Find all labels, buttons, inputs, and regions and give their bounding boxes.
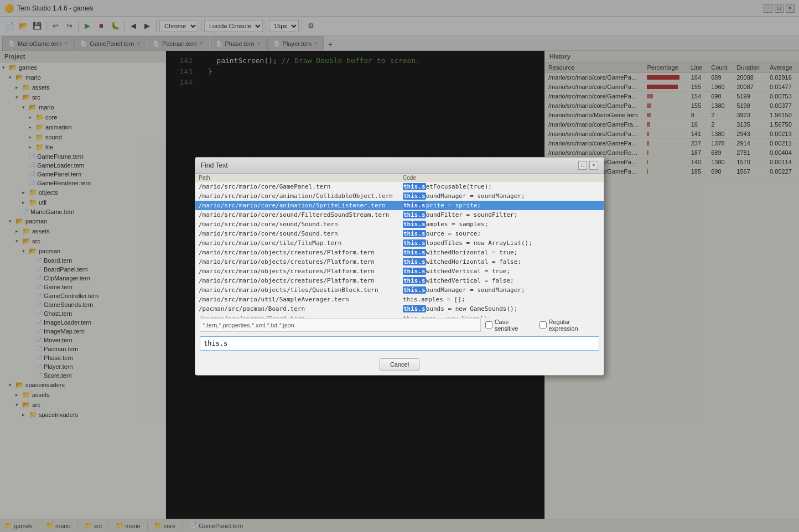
search-highlight: this.s	[403, 258, 426, 265]
find-result-code: this.switchedHorizontal = false;	[400, 257, 604, 267]
dialog-close-button[interactable]: ×	[589, 161, 598, 170]
dialog-restore-button[interactable]: □	[578, 161, 587, 170]
find-result-path: /pacman/src/pacman/Board.tern	[195, 304, 400, 314]
find-result-path: /mario/src/mario/core/sound/FilteredSoun…	[195, 210, 400, 220]
find-result-row[interactable]: /pacman/src/pacman/Board.ternthis.sounds…	[195, 304, 604, 314]
dialog-controls: □ ×	[578, 161, 598, 170]
find-result-row[interactable]: /mario/src/mario/core/animation/SpriteLi…	[195, 201, 604, 210]
find-dialog: Find Text □ × Path Code /mario/src/mario…	[195, 157, 604, 375]
find-result-code: this.switchedVertical = true;	[400, 267, 604, 276]
find-result-path: /mario/src/mario/objects/creatures/Platf…	[195, 276, 400, 285]
results-col-path: Path	[195, 174, 400, 182]
search-highlight: this.s	[403, 202, 426, 209]
find-result-code: this.core = new Score();	[400, 314, 604, 317]
find-result-row[interactable]: /pacman/src/pacman/Board.ternthis.core =…	[195, 314, 604, 317]
find-result-code: this.samples = samples;	[400, 220, 604, 229]
find-result-path: /mario/src/mario/core/animation/Collidab…	[195, 191, 400, 201]
find-result-path: /mario/src/mario/core/sound/Sound.tern	[195, 229, 400, 238]
search-highlight: this.s	[403, 192, 426, 200]
find-result-path: /mario/src/mario/objects/creatures/Platf…	[195, 267, 400, 276]
regex-option[interactable]: Regular expression	[539, 319, 599, 332]
search-highlight: this.s	[403, 221, 426, 228]
find-result-row[interactable]: /mario/src/mario/core/sound/Sound.ternth…	[195, 229, 604, 238]
search-highlight: this.s	[403, 268, 426, 275]
find-result-row[interactable]: /mario/src/mario/core/tile/TileMap.ternt…	[195, 238, 604, 248]
modal-overlay: Find Text □ × Path Code /mario/src/mario…	[0, 0, 799, 532]
find-search-row	[195, 334, 604, 355]
find-dialog-title-bar: Find Text □ ×	[195, 158, 604, 174]
file-pattern-input[interactable]	[200, 319, 481, 332]
search-highlight: this.s	[403, 211, 426, 218]
results-col-code: Code	[400, 174, 604, 182]
search-input[interactable]	[200, 336, 599, 351]
search-highlight: this.s	[403, 277, 426, 284]
find-result-row[interactable]: /mario/src/mario/core/sound/Sound.ternth…	[195, 220, 604, 229]
find-result-row[interactable]: /mario/src/mario/core/sound/FilteredSoun…	[195, 210, 604, 220]
find-result-path: /pacman/src/pacman/Board.tern	[195, 314, 400, 317]
find-result-code: this.setFocusable(true);	[400, 182, 604, 191]
find-result-row[interactable]: /mario/src/mario/util/SampleAverager.ter…	[195, 295, 604, 304]
find-result-path: /mario/src/mario/objects/tiles/QuestionB…	[195, 285, 400, 295]
search-highlight: this.s	[403, 183, 426, 190]
search-highlight: this.s	[403, 286, 426, 294]
find-result-code: this.sprite = sprite;	[400, 201, 604, 210]
find-result-code: this.soundManager = soundManager;	[400, 285, 604, 295]
find-result-path: /mario/src/mario/objects/creatures/Platf…	[195, 248, 400, 257]
case-sensitive-checkbox[interactable]	[485, 321, 492, 328]
find-result-code: this.sounds = new GameSounds();	[400, 304, 604, 314]
find-result-code: this.switchedHorizontal = true;	[400, 248, 604, 257]
find-result-row[interactable]: /mario/src/mario/core/GamePanel.ternthis…	[195, 182, 604, 191]
search-highlight: this.s	[403, 305, 426, 312]
find-buttons-row: Cancel	[195, 355, 604, 375]
find-result-path: /mario/src/mario/objects/creatures/Platf…	[195, 257, 400, 267]
find-results-body[interactable]: /mario/src/mario/core/GamePanel.ternthis…	[195, 182, 604, 317]
find-result-row[interactable]: /mario/src/mario/objects/creatures/Platf…	[195, 267, 604, 276]
find-result-row[interactable]: /mario/src/mario/objects/creatures/Platf…	[195, 276, 604, 285]
find-result-code: this.slopedTiles = new ArrayList();	[400, 238, 604, 248]
search-highlight: this.s	[403, 239, 426, 247]
find-result-path: /mario/src/mario/core/animation/SpriteLi…	[195, 201, 400, 210]
find-result-code: this.switchedVertical = false;	[400, 276, 604, 285]
find-result-code: this.soundFilter = soundFilter;	[400, 210, 604, 220]
regex-checkbox[interactable]	[539, 321, 547, 328]
find-result-code: this.amples = [];	[400, 295, 604, 304]
find-result-path: /mario/src/mario/util/SampleAverager.ter…	[195, 295, 400, 304]
search-highlight: this.s	[403, 230, 426, 237]
cancel-button[interactable]: Cancel	[380, 358, 419, 371]
find-result-code: this.soundManager = soundManager;	[400, 191, 604, 201]
find-options: Case sensitive Regular expression	[485, 319, 599, 332]
find-pattern-row: Case sensitive Regular expression	[195, 317, 604, 334]
find-result-row[interactable]: /mario/src/mario/objects/creatures/Platf…	[195, 257, 604, 267]
find-result-row[interactable]: /mario/src/mario/objects/tiles/QuestionB…	[195, 285, 604, 295]
search-highlight: this.s	[403, 249, 426, 256]
find-result-path: /mario/src/mario/core/sound/Sound.tern	[195, 220, 400, 229]
find-result-code: this.source = source;	[400, 229, 604, 238]
find-result-row[interactable]: /mario/src/mario/objects/creatures/Platf…	[195, 248, 604, 257]
find-result-row[interactable]: /mario/src/mario/core/animation/Collidab…	[195, 191, 604, 201]
find-result-path: /mario/src/mario/core/GamePanel.tern	[195, 182, 400, 191]
find-result-path: /mario/src/mario/core/tile/TileMap.tern	[195, 238, 400, 248]
find-results-table: Path Code /mario/src/mario/core/GamePane…	[195, 174, 604, 317]
find-dialog-title-text: Find Text	[201, 161, 227, 169]
case-sensitive-option[interactable]: Case sensitive	[485, 319, 533, 332]
